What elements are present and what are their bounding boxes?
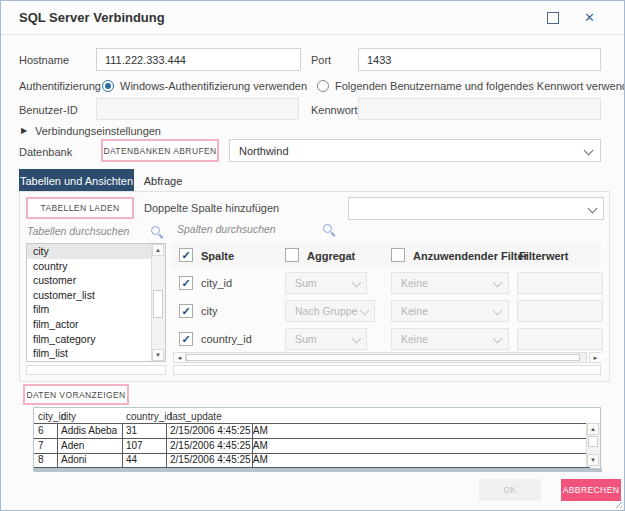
windows-auth-radio[interactable] (102, 80, 114, 92)
fetch-databases-button[interactable]: DATENBANKEN ABRUFEN (101, 139, 219, 162)
tab-tables-and-views[interactable]: Tabellen und Ansichten (19, 169, 134, 192)
close-button[interactable]: ✕ (584, 11, 595, 24)
duplicate-column-label: Doppelte Spalte hinzufügen (144, 202, 279, 214)
column-header-filterwert: Filterwert (519, 250, 569, 262)
filter-all-checkbox[interactable] (391, 248, 405, 262)
load-tables-button[interactable]: TABELLEN LADEN (26, 197, 134, 219)
cancel-button[interactable]: ABBRECHEN (561, 479, 621, 501)
list-item-country[interactable]: country (27, 259, 165, 274)
scroll-up-icon[interactable]: ▲ (587, 423, 599, 435)
title-bar: SQL Server Verbindung ✕ (1, 1, 624, 35)
row-checkbox[interactable]: ✓ (179, 304, 193, 318)
scroll-down-icon[interactable]: ▼ (587, 454, 599, 466)
scroll-right-icon[interactable]: ► (590, 353, 601, 362)
column-header-filter: Anzuwendender Filter (413, 250, 528, 262)
preview-cell: 8 (38, 454, 44, 465)
filter-dropdown[interactable]: Keine (391, 328, 509, 350)
search-icon (151, 226, 160, 235)
user-id-input[interactable] (96, 98, 299, 120)
columns-grid-hscroll-right[interactable]: ► (589, 352, 601, 363)
preview-cell: Addis Abeba (61, 425, 117, 436)
authentication-label: Authentifizierung (19, 80, 101, 92)
preview-table-bottom-strip (34, 468, 602, 472)
maximize-button[interactable] (547, 12, 559, 24)
list-item-film[interactable]: film (27, 302, 165, 317)
credentials-auth-option-label[interactable]: Folgenden Benutzername und folgendes Ken… (335, 80, 625, 92)
port-label: Port (311, 54, 331, 66)
list-item-city[interactable]: city (27, 244, 165, 259)
select-all-columns-checkbox[interactable]: ✓ (179, 248, 193, 262)
credentials-auth-radio[interactable] (317, 80, 329, 92)
preview-cell: 2/15/2006 4:45:25 AM (170, 440, 268, 451)
preview-table: city_id city country_id last_update 6 Ad… (33, 407, 601, 471)
filter-dropdown[interactable]: Keine (391, 300, 509, 322)
filter-value-input[interactable] (517, 328, 603, 350)
scroll-left-icon[interactable]: ◄ (174, 353, 186, 362)
sql-server-connection-dialog: SQL Server Verbindung ✕ Hostname 111.222… (0, 0, 625, 511)
scrollbar-thumb[interactable] (153, 290, 163, 318)
filter-dropdown[interactable]: Keine (391, 272, 509, 294)
tables-list-scrollbar[interactable]: ▲ ▼ (151, 244, 165, 361)
hostname-label: Hostname (19, 54, 69, 66)
preview-cell: 31 (126, 425, 137, 436)
preview-cell: 2/15/2006 4:45:25 AM (170, 425, 268, 436)
list-item-film-category[interactable]: film_category (27, 332, 165, 347)
filter-value-input[interactable] (517, 300, 603, 322)
database-dropdown-value: Northwind (239, 145, 289, 157)
password-label: Kennwort (311, 104, 357, 116)
row-checkbox[interactable]: ✓ (179, 332, 193, 346)
preview-header-city: city (61, 411, 76, 422)
preview-cell: 2/15/2006 4:45:25 AM (170, 454, 268, 465)
preview-data-button[interactable]: DATEN VORANZEIGEN (23, 384, 129, 405)
scroll-down-icon[interactable]: ▼ (152, 349, 164, 361)
scrollbar-thumb[interactable] (588, 436, 598, 447)
duplicate-column-dropdown[interactable] (348, 197, 604, 220)
list-item-customer-list[interactable]: customer_list (27, 288, 165, 303)
preview-cell: 44 (126, 454, 137, 465)
connection-settings-toggle[interactable]: Verbindungseinstellungen (35, 125, 161, 137)
list-item-film-list[interactable]: film_list (27, 346, 165, 361)
aggregate-all-checkbox[interactable] (285, 248, 299, 262)
ok-button[interactable]: OK (479, 479, 541, 501)
user-id-label: Benutzer-ID (19, 104, 78, 116)
check-icon: ✓ (181, 306, 190, 317)
maximize-icon (547, 12, 559, 24)
search-icon (323, 224, 332, 233)
preview-header-last-update: last_update (170, 411, 222, 422)
check-icon: ✓ (181, 278, 190, 289)
scrollbar-thumb[interactable] (186, 354, 580, 361)
tables-list-hscrollbar[interactable] (26, 365, 166, 375)
search-columns-input[interactable]: Spalten durchsuchen (177, 223, 276, 235)
column-name: country_id (201, 333, 252, 345)
list-item-film-actor[interactable]: film_actor (27, 317, 165, 332)
columns-grid-hscrollbar[interactable]: ◄ (173, 352, 587, 363)
windows-auth-option-label[interactable]: Windows-Authentifizierung verwenden (120, 80, 307, 92)
port-input[interactable]: 1433 (358, 48, 601, 71)
list-item-customer[interactable]: customer (27, 273, 165, 288)
column-header-spalte: Spalte (201, 250, 234, 262)
hostname-input[interactable]: 111.222.333.444 (96, 48, 301, 71)
check-icon: ✓ (181, 334, 190, 345)
filter-value-input[interactable] (517, 272, 603, 294)
password-input[interactable] (358, 98, 601, 120)
scroll-up-icon[interactable]: ▲ (152, 244, 164, 256)
preview-cell: Aden (61, 440, 84, 451)
database-dropdown[interactable]: Northwind (229, 139, 601, 162)
check-icon: ✓ (181, 250, 190, 261)
tab-query[interactable]: Abfrage (134, 169, 192, 192)
preview-cell: 6 (38, 425, 44, 436)
expander-collapsed-icon[interactable]: ▶ (21, 126, 27, 135)
tables-list: city country customer customer_list film… (26, 243, 166, 362)
database-label: Datenbank (19, 146, 72, 158)
row-checkbox[interactable]: ✓ (179, 276, 193, 290)
column-header-aggregat: Aggregat (307, 250, 355, 262)
preview-header-country-id: country_id (126, 411, 172, 422)
column-name: city (201, 305, 218, 317)
columns-grid-bottom-bar (173, 365, 601, 375)
column-name: city_id (201, 277, 232, 289)
search-tables-input[interactable]: Tabellen durchsuchen (27, 225, 129, 237)
preview-cell: Adoni (61, 454, 87, 465)
preview-table-scrollbar[interactable]: ▲ ▼ (586, 423, 600, 467)
preview-cell: 7 (38, 440, 44, 451)
preview-cell: 107 (126, 440, 143, 451)
